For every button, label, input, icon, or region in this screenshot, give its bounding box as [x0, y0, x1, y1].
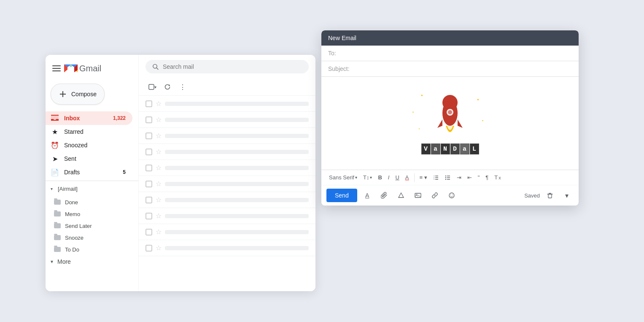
chevron-down-icon: ▾	[51, 259, 53, 265]
memo-folder-icon	[54, 211, 61, 216]
table-row[interactable]: ☆	[139, 160, 315, 176]
font-size-icon: T↕	[363, 174, 369, 181]
rtl-button[interactable]: ¶	[483, 173, 491, 182]
memo-label: Memo	[65, 211, 80, 217]
table-row[interactable]: ☆	[139, 176, 315, 192]
row-checkbox[interactable]	[146, 181, 152, 187]
font-size-button[interactable]: T↕ ▾	[361, 173, 375, 182]
star-button[interactable]: ☆	[156, 132, 162, 140]
drive-button[interactable]	[394, 189, 408, 202]
search-input-wrap[interactable]	[146, 60, 309, 73]
row-checkbox[interactable]	[146, 149, 152, 155]
star-button[interactable]: ☆	[156, 180, 162, 188]
sidebar-item-todo[interactable]: To Do	[46, 244, 132, 255]
star-button[interactable]: ☆	[156, 164, 162, 172]
link-button[interactable]	[428, 189, 442, 202]
sidebar-header: Gmail	[46, 62, 138, 80]
email-preview	[165, 230, 309, 234]
table-row[interactable]: ☆	[139, 224, 315, 240]
table-row[interactable]: ☆	[139, 144, 315, 160]
row-checkbox[interactable]	[146, 213, 152, 219]
compose-subject-row[interactable]: Subject:	[321, 61, 579, 77]
sidebar-item-send-later[interactable]: Send Later	[46, 220, 132, 232]
underline-label: U	[395, 174, 399, 181]
sidebar-item-more[interactable]: ▾ More	[46, 255, 138, 268]
snoozed-label: Snoozed	[64, 142, 87, 149]
outdent-button[interactable]: ⇤	[465, 173, 474, 182]
to-input[interactable]	[338, 50, 572, 57]
more-options-button[interactable]: ⋮	[176, 80, 189, 94]
drafts-label: Drafts	[64, 169, 80, 176]
svg-point-23	[450, 195, 451, 195]
table-row[interactable]: ☆	[139, 240, 315, 256]
attach-button[interactable]	[377, 189, 391, 202]
blockquote-button[interactable]: "	[475, 173, 482, 182]
checkbox-icon	[148, 84, 154, 90]
star-button[interactable]: ☆	[156, 100, 162, 108]
refresh-button[interactable]	[161, 80, 174, 94]
table-row[interactable]: ☆	[139, 112, 315, 128]
sidebar-item-drafts[interactable]: 📄 Drafts 5	[46, 165, 132, 179]
italic-button[interactable]: I	[385, 173, 392, 182]
bold-button[interactable]: B	[375, 173, 384, 182]
row-checkbox[interactable]	[146, 229, 152, 235]
star-button[interactable]: ☆	[156, 212, 162, 220]
row-checkbox[interactable]	[146, 116, 152, 123]
unordered-list-button[interactable]	[442, 173, 453, 182]
done-label: Done	[65, 199, 78, 206]
vandal-logo: V a N D a L	[421, 143, 479, 154]
font-family-label: Sans Serif	[329, 174, 354, 181]
sidebar-item-inbox[interactable]: Inbox 1,322	[46, 111, 132, 125]
row-checkbox[interactable]	[146, 165, 152, 171]
star-button[interactable]: ☆	[156, 228, 162, 236]
star-button[interactable]: ☆	[156, 148, 162, 156]
sidebar-item-done[interactable]: Done	[46, 196, 132, 208]
emoji-button[interactable]	[445, 189, 458, 202]
underline-button[interactable]: U	[393, 173, 401, 182]
snooze-icon: ⏰	[51, 141, 59, 149]
more-compose-options-button[interactable]: ▾	[560, 189, 574, 202]
clear-formatting-button[interactable]: Tx	[492, 173, 503, 182]
vandal-d: D	[450, 143, 460, 154]
star-button[interactable]: ☆	[156, 116, 162, 124]
sidebar-item-snoozed[interactable]: ⏰ Snoozed	[46, 138, 132, 152]
select-button[interactable]: ▾	[146, 80, 159, 94]
ordered-list-button[interactable]: 1 2 3	[431, 173, 442, 182]
to-label: To:	[328, 50, 336, 57]
row-checkbox[interactable]	[146, 100, 152, 107]
sidebar-item-snooze[interactable]: Snooze	[46, 232, 132, 244]
compose-window: New Email To: Subject: ✦ ✦ ✦ ✦ ✦	[321, 30, 579, 206]
compose-button[interactable]: Compose	[51, 84, 105, 105]
table-row[interactable]: ☆	[139, 96, 315, 112]
photo-button[interactable]	[411, 189, 425, 202]
send-button[interactable]: Send	[326, 189, 357, 202]
table-row[interactable]: ☆	[139, 192, 315, 208]
row-checkbox[interactable]	[146, 133, 152, 139]
email-list: ☆ ☆ ☆ ☆	[139, 96, 315, 291]
snooze-label: Snooze	[65, 235, 84, 241]
compose-to-row[interactable]: To:	[321, 46, 579, 61]
star-button[interactable]: ☆	[156, 196, 162, 204]
font-family-button[interactable]: Sans Serif ▾	[326, 173, 360, 182]
more-label: More	[57, 258, 71, 265]
airmail-folder-header[interactable]: ▾ [Airmail]	[46, 183, 138, 195]
row-checkbox[interactable]	[146, 197, 152, 203]
compose-body[interactable]: ✦ ✦ ✦ ✦ ✦	[321, 77, 579, 170]
indent-button[interactable]: ⇥	[454, 173, 464, 182]
hamburger-icon[interactable]	[52, 65, 61, 71]
sidebar-item-sent[interactable]: ➤ Sent	[46, 152, 132, 165]
sidebar-item-memo[interactable]: Memo	[46, 208, 132, 220]
format-text-button[interactable]: A	[361, 189, 374, 202]
row-checkbox[interactable]	[146, 245, 152, 252]
font-color-button[interactable]: A	[403, 173, 412, 182]
drafts-badge: 5	[123, 169, 126, 175]
star-button[interactable]: ☆	[156, 244, 162, 252]
search-input[interactable]	[163, 63, 302, 70]
table-row[interactable]: ☆	[139, 208, 315, 224]
delete-button[interactable]	[543, 189, 557, 202]
sidebar-item-starred[interactable]: ★ Starred	[46, 125, 132, 138]
table-row[interactable]: ☆	[139, 128, 315, 144]
subject-input[interactable]	[353, 65, 571, 72]
vandal-l: L	[470, 143, 479, 154]
align-button[interactable]: ≡ ▾	[417, 173, 430, 182]
